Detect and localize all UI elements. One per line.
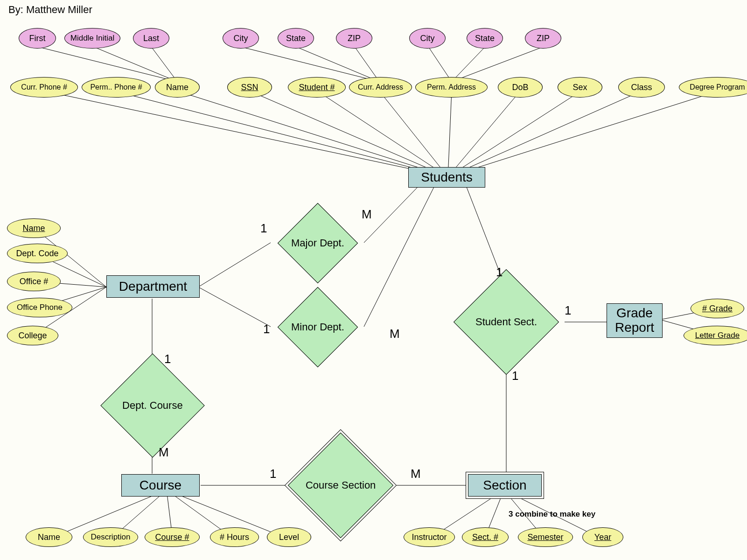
card-studsect-sect: 1: [512, 369, 518, 383]
svg-line-37: [364, 187, 418, 243]
attr-permaddr-zip: ZIP: [525, 28, 561, 49]
svg-line-39: [364, 187, 434, 327]
attr-perm-phone: Perm.. Phone #: [82, 77, 151, 98]
attr-dept-office: Office #: [7, 272, 61, 291]
svg-line-11: [37, 47, 177, 82]
attr-curraddr-city: City: [223, 28, 259, 49]
svg-line-9: [448, 91, 642, 177]
attr-permaddr-state: State: [467, 28, 503, 49]
attr-course-hours: # Hours: [210, 527, 259, 547]
attr-name-first: First: [19, 28, 56, 49]
svg-line-8: [448, 91, 581, 177]
attr-permaddr-city: City: [409, 28, 446, 49]
svg-line-4: [317, 91, 448, 177]
attr-name-middle: Middle Initial: [64, 28, 120, 49]
attr-dept-college: College: [7, 326, 58, 345]
attr-name-last: Last: [133, 28, 169, 49]
entity-course: Course: [121, 474, 200, 497]
author-label: By: Matthew Miller: [8, 4, 92, 16]
attr-student-num: Student #: [288, 77, 346, 98]
svg-line-38: [198, 287, 271, 327]
card-deptcourse-course: M: [159, 445, 169, 460]
svg-line-18: [452, 47, 485, 82]
attr-course-level: Level: [267, 527, 311, 547]
attr-num-grade: # Grade: [691, 299, 744, 318]
card-minor-stud: M: [390, 327, 400, 341]
card-major-stud: M: [362, 207, 372, 222]
svg-line-12: [93, 47, 177, 82]
entity-department: Department: [106, 275, 200, 298]
svg-line-6: [448, 91, 452, 177]
attr-course-desc: Description: [83, 527, 138, 547]
svg-line-17: [428, 47, 452, 82]
card-studsect-stud: 1: [496, 265, 503, 280]
attr-curraddr-zip: ZIP: [336, 28, 372, 49]
svg-line-19: [452, 47, 544, 82]
attr-perm-address: Perm. Address: [415, 77, 488, 98]
attr-course-num: Course #: [145, 527, 200, 547]
attr-section-semester: Semester: [518, 527, 573, 547]
attr-dept-phone: Office Phone: [7, 298, 72, 317]
entity-grade-report: Grade Report: [607, 303, 663, 338]
attr-dept-name: Name: [7, 218, 61, 238]
card-minor-dept: 1: [263, 322, 270, 336]
attr-student-name: Name: [155, 77, 200, 98]
attr-dob: DoB: [498, 77, 543, 98]
card-deptcourse-dept: 1: [164, 352, 171, 366]
card-studsect-grade: 1: [565, 303, 571, 318]
attr-curraddr-state: State: [278, 28, 314, 49]
attr-class: Class: [618, 77, 665, 98]
svg-line-7: [448, 91, 520, 177]
attr-course-name: Name: [26, 527, 72, 547]
attr-dept-code: Dept. Code: [7, 244, 68, 263]
attr-curr-address: Curr. Address: [349, 77, 412, 98]
entity-students: Students: [408, 167, 485, 188]
svg-line-3: [250, 91, 448, 177]
attr-sex: Sex: [558, 77, 602, 98]
attr-ssn: SSN: [227, 77, 272, 98]
attr-section-instructor: Instructor: [404, 527, 455, 547]
attr-letter-grade: Letter Grade: [684, 326, 747, 345]
svg-line-0: [44, 91, 448, 177]
card-coursesect-course: 1: [270, 467, 276, 481]
card-coursesect-sect: M: [411, 467, 421, 481]
svg-line-5: [379, 91, 448, 177]
svg-line-1: [114, 91, 448, 177]
card-major-dept: 1: [260, 221, 267, 236]
svg-line-36: [198, 243, 271, 287]
svg-line-10: [448, 91, 719, 177]
attr-section-num: Sect. #: [462, 527, 509, 547]
attr-section-year: Year: [582, 527, 623, 547]
entity-section: Section: [468, 474, 542, 497]
attr-curr-phone: Curr. Phone #: [10, 77, 78, 98]
section-key-note: 3 combine to make key: [509, 510, 595, 519]
svg-line-2: [177, 91, 448, 177]
